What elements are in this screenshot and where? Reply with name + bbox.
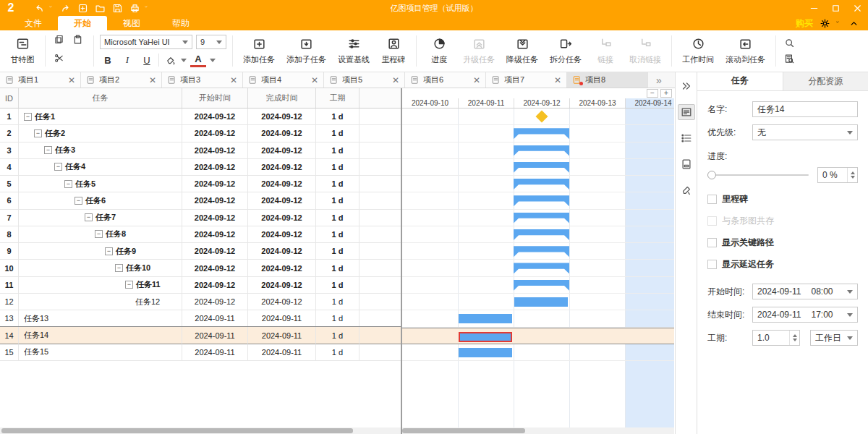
summary-bar[interactable] (514, 280, 569, 291)
critical-path-checkbox[interactable] (707, 238, 717, 247)
collapse-expander-icon[interactable]: − (125, 281, 133, 289)
redo-icon[interactable] (58, 1, 72, 14)
cell-start[interactable]: 2024-09-11 (182, 327, 248, 344)
cell-finish[interactable]: 2024-09-12 (248, 294, 316, 310)
collapse-expander-icon[interactable]: − (75, 197, 82, 205)
cell-duration[interactable]: 1 d (316, 260, 359, 276)
header-finish[interactable]: 完成时间 (248, 88, 316, 108)
cell-task-name[interactable]: 任务15 (19, 344, 182, 361)
cell-start[interactable]: 2024-09-12 (182, 277, 248, 294)
gantt-row[interactable] (402, 310, 674, 327)
summary-bar[interactable] (514, 263, 569, 273)
doc-tab-项目5[interactable]: 项目5✕ (324, 72, 405, 88)
milestone-button[interactable]: 里程碑 (377, 34, 410, 68)
menu-tab-文件[interactable]: 文件 (9, 16, 58, 30)
table-row[interactable]: 12任务122024-09-122024-09-121 d (0, 294, 401, 310)
name-input[interactable]: 任务14 (752, 101, 858, 117)
table-row[interactable]: 10−任务102024-09-122024-09-121 d (0, 260, 401, 276)
zoom-out-button[interactable]: − (647, 89, 658, 98)
cell-duration[interactable]: 1 d (316, 125, 359, 142)
collapse-expander-icon[interactable]: − (85, 213, 93, 221)
doc-tab-项目7[interactable]: 项目7✕ (486, 72, 567, 88)
gantt-row[interactable] (402, 260, 674, 276)
print-caret-icon[interactable] (145, 1, 150, 14)
priority-select[interactable]: 无 (752, 124, 858, 140)
cell-duration[interactable]: 1 d (316, 192, 359, 209)
gantt-row[interactable] (402, 328, 674, 344)
summary-bar[interactable] (514, 213, 569, 224)
close-tab-icon[interactable]: ✕ (392, 75, 399, 85)
summary-bar[interactable] (514, 128, 569, 139)
task-form-panel-icon[interactable] (678, 104, 695, 120)
start-time-picker[interactable]: 2024-09-11 08:00 (752, 284, 858, 299)
cell-finish[interactable]: 2024-09-12 (248, 277, 316, 294)
close-tab-icon[interactable]: ✕ (149, 75, 156, 85)
cell-finish[interactable]: 2024-09-12 (248, 210, 316, 226)
cell-start[interactable]: 2024-09-12 (182, 294, 248, 310)
tab-task[interactable]: 任务 (697, 72, 783, 90)
collapse-expander-icon[interactable]: − (44, 146, 52, 154)
cell-start[interactable]: 2024-09-12 (182, 176, 248, 192)
cell-start[interactable]: 2024-09-12 (182, 125, 248, 142)
print-icon[interactable] (127, 1, 142, 14)
open-file-icon[interactable] (93, 1, 107, 14)
gantt-row[interactable] (402, 243, 674, 260)
copy-icon[interactable] (51, 33, 66, 46)
zoom-in-button[interactable]: + (660, 89, 672, 98)
gantt-row[interactable] (402, 142, 674, 159)
collapse-expander-icon[interactable]: − (115, 264, 123, 272)
cell-finish[interactable]: 2024-09-12 (248, 125, 316, 142)
close-tab-icon[interactable]: ✕ (68, 75, 75, 85)
summary-bar[interactable] (514, 229, 569, 240)
cell-task-name[interactable]: 任务14 (19, 327, 182, 344)
table-hscrollbar-thumb[interactable] (1, 428, 353, 433)
table-row[interactable]: 7−任务72024-09-122024-09-121 d (0, 210, 401, 226)
cell-start[interactable]: 2024-09-12 (182, 260, 248, 276)
cell-task-name[interactable]: −任务10 (19, 260, 182, 276)
settings-gear-icon[interactable] (817, 17, 832, 30)
cell-duration[interactable]: 1 d (316, 226, 359, 243)
gantt-row[interactable] (402, 210, 674, 226)
cell-task-name[interactable]: −任务6 (19, 192, 182, 209)
collapse-expander-icon[interactable]: − (54, 163, 62, 171)
search-icon[interactable] (782, 37, 796, 50)
summary-bar[interactable] (514, 162, 569, 173)
doc-tab-项目6[interactable]: 项目6✕ (405, 72, 486, 88)
font-size-select[interactable]: 9 (196, 35, 226, 49)
maximize-button[interactable] (825, 0, 846, 16)
task-bar[interactable] (459, 314, 512, 323)
gantt-row[interactable] (402, 192, 674, 209)
cell-task-name[interactable]: −任务4 (19, 159, 182, 176)
gantt-row[interactable] (402, 125, 674, 142)
cell-start[interactable]: 2024-09-12 (182, 109, 248, 125)
fill-color-icon[interactable] (163, 54, 177, 67)
add-subtask-button[interactable]: 添加子任务 (282, 34, 331, 68)
table-row[interactable]: 11−任务112024-09-122024-09-121 d (0, 277, 401, 294)
table-row[interactable]: 4−任务42024-09-122024-09-121 d (0, 159, 401, 176)
demote-task-button[interactable]: 降级任务 (502, 34, 542, 68)
milestone-diamond[interactable] (535, 111, 548, 123)
gantt-view-button[interactable]: 甘特图 (6, 34, 39, 68)
bold-button[interactable]: B (100, 53, 116, 67)
outline-list-panel-icon[interactable] (678, 130, 695, 146)
progress-spin-arrows[interactable] (847, 168, 857, 182)
table-row[interactable]: 14任务142024-09-112024-09-111 d (0, 327, 401, 344)
summary-bar[interactable] (514, 179, 569, 190)
font-color-caret-icon[interactable] (210, 59, 216, 62)
find-replace-icon[interactable] (782, 53, 796, 66)
table-hscrollbar[interactable] (0, 427, 401, 434)
cell-task-name[interactable]: −任务9 (19, 243, 182, 260)
collapse-expander-icon[interactable]: − (64, 180, 72, 188)
collapse-ribbon-icon[interactable] (846, 17, 861, 30)
gantt-row[interactable] (402, 176, 674, 192)
progress-spinner[interactable]: 0 % (817, 167, 858, 183)
gantt-row[interactable] (402, 344, 674, 361)
cell-task-name[interactable]: −任务8 (19, 226, 182, 243)
header-start[interactable]: 开始时间 (182, 88, 248, 108)
gear-caret-icon[interactable] (836, 17, 842, 30)
cell-finish[interactable]: 2024-09-11 (248, 310, 316, 327)
collapse-expander-icon[interactable]: − (24, 113, 32, 121)
page-panel-icon[interactable] (678, 156, 695, 172)
split-task-button[interactable]: 拆分任务 (545, 34, 586, 68)
gantt-row[interactable] (402, 226, 674, 243)
